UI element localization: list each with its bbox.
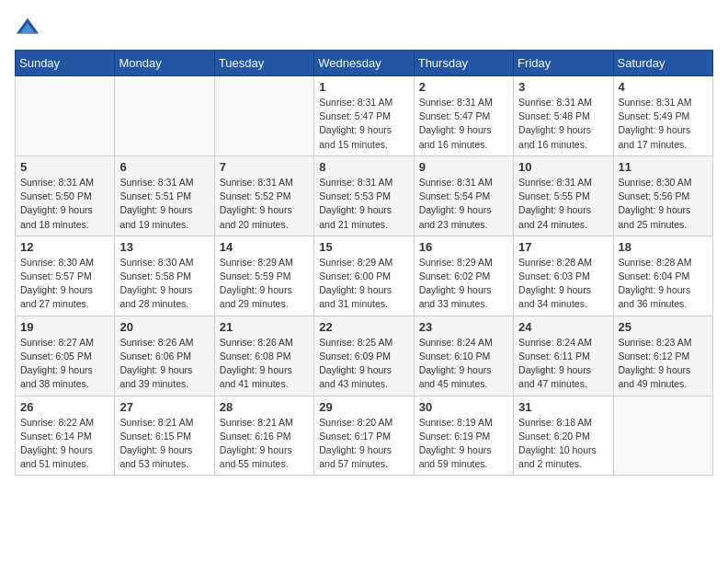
calendar-cell: 7Sunrise: 8:31 AMSunset: 5:52 PMDaylight… (214, 155, 313, 236)
calendar-cell: 16Sunrise: 8:29 AMSunset: 6:02 PMDayligh… (414, 236, 513, 316)
calendar-cell (115, 76, 214, 156)
weekday-header-thursday: Thursday (414, 51, 513, 76)
day-number: 12 (20, 240, 109, 254)
daylight-value: and 41 minutes. (220, 378, 289, 389)
day-info: Sunrise: 8:31 AMSunset: 5:51 PMDaylight:… (119, 176, 209, 232)
calendar-cell: 18Sunrise: 8:28 AMSunset: 6:04 PMDayligh… (613, 236, 712, 316)
daylight-label: Daylight: 9 hours (20, 204, 93, 215)
calendar-cell: 10Sunrise: 8:31 AMSunset: 5:55 PMDayligh… (514, 155, 613, 236)
day-info: Sunrise: 8:26 AMSunset: 6:08 PMDaylight:… (220, 336, 309, 392)
daylight-value: and 38 minutes. (20, 378, 89, 389)
daylight-label: Daylight: 9 hours (319, 444, 392, 455)
week-row-4: 19Sunrise: 8:27 AMSunset: 6:05 PMDayligh… (16, 316, 713, 396)
day-info: Sunrise: 8:31 AMSunset: 5:47 PMDaylight:… (419, 96, 508, 152)
day-info: Sunrise: 8:22 AMSunset: 6:14 PMDaylight:… (20, 416, 109, 472)
calendar-cell: 19Sunrise: 8:27 AMSunset: 6:05 PMDayligh… (16, 316, 115, 396)
day-number: 29 (319, 400, 408, 414)
calendar-cell: 28Sunrise: 8:21 AMSunset: 6:16 PMDayligh… (214, 396, 313, 476)
daylight-value: and 23 minutes. (419, 219, 488, 230)
daylight-value: and 28 minutes. (119, 298, 188, 309)
day-info: Sunrise: 8:24 AMSunset: 6:10 PMDaylight:… (419, 336, 508, 392)
calendar-cell: 23Sunrise: 8:24 AMSunset: 6:10 PMDayligh… (414, 316, 513, 396)
calendar-cell: 8Sunrise: 8:31 AMSunset: 5:53 PMDaylight… (314, 155, 414, 236)
day-number: 15 (319, 240, 408, 254)
calendar-cell: 21Sunrise: 8:26 AMSunset: 6:08 PMDayligh… (214, 316, 313, 396)
daylight-value: and 27 minutes. (20, 298, 89, 309)
day-info: Sunrise: 8:31 AMSunset: 5:50 PMDaylight:… (20, 176, 109, 232)
daylight-label: Daylight: 10 hours (518, 444, 597, 455)
daylight-value: and 49 minutes. (619, 378, 688, 389)
daylight-label: Daylight: 9 hours (419, 124, 492, 135)
day-info: Sunrise: 8:31 AMSunset: 5:47 PMDaylight:… (319, 96, 408, 152)
day-info: Sunrise: 8:30 AMSunset: 5:58 PMDaylight:… (119, 256, 209, 312)
calendar-cell (16, 76, 115, 156)
daylight-label: Daylight: 9 hours (319, 284, 392, 295)
day-number: 17 (518, 240, 608, 254)
daylight-label: Daylight: 9 hours (119, 444, 192, 455)
day-number: 16 (419, 240, 508, 254)
day-number: 25 (619, 320, 708, 334)
calendar-cell: 17Sunrise: 8:28 AMSunset: 6:03 PMDayligh… (514, 236, 613, 316)
day-info: Sunrise: 8:29 AMSunset: 6:00 PMDaylight:… (319, 256, 408, 312)
daylight-value: and 43 minutes. (319, 378, 388, 389)
page-header (15, 15, 713, 40)
day-info: Sunrise: 8:30 AMSunset: 5:57 PMDaylight:… (20, 256, 109, 312)
day-number: 21 (220, 320, 309, 334)
day-number: 10 (518, 160, 608, 174)
daylight-value: and 39 minutes. (119, 378, 188, 389)
day-number: 6 (119, 160, 209, 174)
calendar-cell: 1Sunrise: 8:31 AMSunset: 5:47 PMDaylight… (314, 76, 414, 156)
calendar-cell: 31Sunrise: 8:18 AMSunset: 6:20 PMDayligh… (514, 396, 613, 476)
calendar-cell: 24Sunrise: 8:24 AMSunset: 6:11 PMDayligh… (514, 316, 613, 396)
calendar-cell: 15Sunrise: 8:29 AMSunset: 6:00 PMDayligh… (314, 236, 414, 316)
day-number: 18 (619, 240, 708, 254)
calendar-cell: 9Sunrise: 8:31 AMSunset: 5:54 PMDaylight… (414, 155, 513, 236)
day-number: 24 (518, 320, 608, 334)
day-info: Sunrise: 8:31 AMSunset: 5:55 PMDaylight:… (518, 176, 608, 232)
week-row-5: 26Sunrise: 8:22 AMSunset: 6:14 PMDayligh… (16, 396, 713, 476)
daylight-value: and 47 minutes. (518, 378, 587, 389)
calendar-cell: 11Sunrise: 8:30 AMSunset: 5:56 PMDayligh… (613, 155, 712, 236)
daylight-value: and 16 minutes. (419, 139, 488, 150)
calendar-cell: 30Sunrise: 8:19 AMSunset: 6:19 PMDayligh… (414, 396, 513, 476)
daylight-label: Daylight: 9 hours (518, 284, 591, 295)
daylight-value: and 53 minutes. (119, 458, 188, 469)
daylight-value: and 34 minutes. (518, 298, 587, 309)
weekday-header-sunday: Sunday (16, 51, 115, 76)
logo (15, 15, 44, 40)
calendar-table: SundayMondayTuesdayWednesdayThursdayFrid… (15, 50, 713, 476)
day-number: 22 (319, 320, 408, 334)
day-number: 1 (319, 80, 408, 94)
daylight-label: Daylight: 9 hours (419, 284, 492, 295)
daylight-label: Daylight: 9 hours (20, 364, 93, 375)
daylight-label: Daylight: 9 hours (419, 444, 492, 455)
day-number: 4 (619, 80, 708, 94)
calendar-cell: 26Sunrise: 8:22 AMSunset: 6:14 PMDayligh… (16, 396, 115, 476)
day-number: 13 (119, 240, 209, 254)
day-info: Sunrise: 8:21 AMSunset: 6:15 PMDaylight:… (119, 416, 209, 472)
week-row-3: 12Sunrise: 8:30 AMSunset: 5:57 PMDayligh… (16, 236, 713, 316)
daylight-label: Daylight: 9 hours (619, 204, 691, 215)
day-info: Sunrise: 8:28 AMSunset: 6:04 PMDaylight:… (619, 256, 708, 312)
weekday-header-wednesday: Wednesday (314, 51, 414, 76)
daylight-label: Daylight: 9 hours (518, 204, 591, 215)
daylight-value: and 45 minutes. (419, 378, 488, 389)
daylight-label: Daylight: 9 hours (619, 364, 691, 375)
calendar-cell: 25Sunrise: 8:23 AMSunset: 6:12 PMDayligh… (613, 316, 712, 396)
daylight-label: Daylight: 9 hours (119, 284, 192, 295)
day-number: 11 (619, 160, 708, 174)
daylight-value: and 29 minutes. (220, 298, 289, 309)
daylight-value: and 51 minutes. (20, 458, 89, 469)
daylight-value: and 21 minutes. (319, 219, 388, 230)
daylight-label: Daylight: 9 hours (119, 204, 192, 215)
day-number: 27 (119, 400, 209, 414)
calendar-cell (214, 76, 313, 156)
day-info: Sunrise: 8:18 AMSunset: 6:20 PMDaylight:… (518, 416, 608, 472)
day-info: Sunrise: 8:31 AMSunset: 5:52 PMDaylight:… (220, 176, 309, 232)
calendar-cell: 5Sunrise: 8:31 AMSunset: 5:50 PMDaylight… (16, 155, 115, 236)
calendar-cell: 4Sunrise: 8:31 AMSunset: 5:49 PMDaylight… (613, 76, 712, 156)
day-info: Sunrise: 8:23 AMSunset: 6:12 PMDaylight:… (619, 336, 708, 392)
day-info: Sunrise: 8:29 AMSunset: 6:02 PMDaylight:… (419, 256, 508, 312)
weekday-header-saturday: Saturday (613, 51, 712, 76)
weekday-header-tuesday: Tuesday (214, 51, 313, 76)
